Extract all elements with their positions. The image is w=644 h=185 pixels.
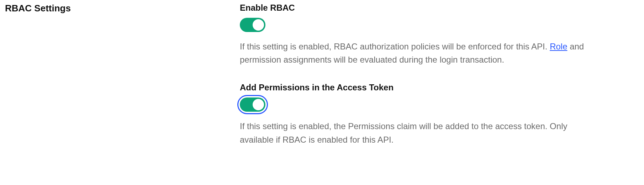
add-permissions-description: If this setting is enabled, the Permissi… [240, 120, 596, 146]
setting-add-permissions: Add Permissions in the Access Token If t… [240, 83, 596, 146]
role-link[interactable]: Role [550, 42, 567, 51]
enable-rbac-description: If this setting is enabled, RBAC authori… [240, 40, 596, 66]
desc-text-before: If this setting is enabled, RBAC authori… [240, 42, 550, 51]
add-permissions-label: Add Permissions in the Access Token [240, 83, 596, 92]
enable-rbac-toggle[interactable] [240, 18, 265, 32]
toggle-knob [253, 19, 264, 31]
add-permissions-toggle[interactable] [240, 97, 265, 112]
section-title: RBAC Settings [5, 3, 240, 14]
setting-enable-rbac: Enable RBAC If this setting is enabled, … [240, 3, 596, 66]
toggle-knob [253, 99, 264, 110]
enable-rbac-label: Enable RBAC [240, 3, 596, 13]
